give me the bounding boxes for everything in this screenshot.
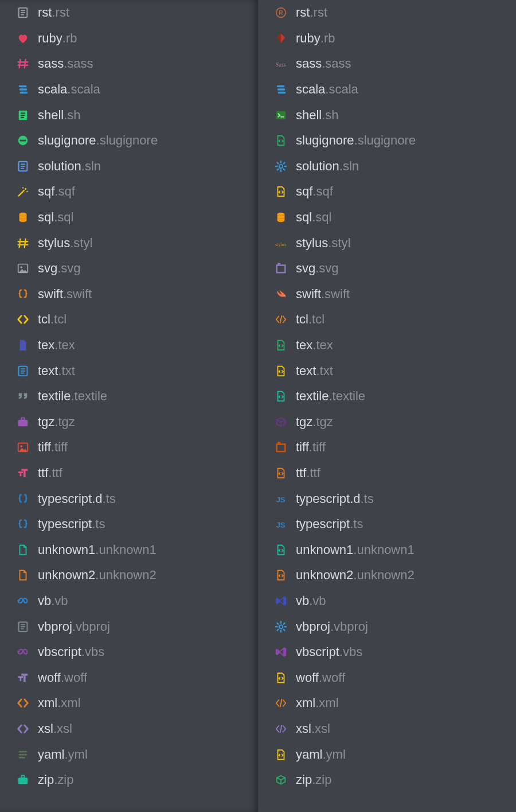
file-name: scala: [38, 82, 67, 96]
file-row-textile[interactable]: textile.textile: [258, 384, 516, 409]
svg-rect-39: [21, 776, 25, 778]
file-row-slugignore[interactable]: slugignore.slugignore: [258, 128, 516, 154]
file-row-solution[interactable]: solution.sln: [258, 154, 516, 179]
file-row-shell[interactable]: shell.sh: [258, 102, 516, 128]
file-label: svg.svg: [296, 261, 339, 276]
file-row-xml[interactable]: xml.xml: [0, 690, 258, 716]
file-label: solution.sln: [38, 159, 101, 174]
file-row-xsl[interactable]: xsl.xsl: [258, 716, 516, 742]
file-row-swift[interactable]: swift.swift: [0, 282, 258, 307]
file-row-vb[interactable]: vb.vb: [0, 588, 258, 614]
file-row-sass[interactable]: sass.sass: [0, 51, 258, 77]
file-row-tiff[interactable]: tiff.tiff: [0, 435, 258, 460]
file-row-ruby[interactable]: ruby.rb: [258, 26, 516, 52]
file-row-sql[interactable]: sql.sql: [258, 205, 516, 231]
file-row-tcl[interactable]: tcl.tcl: [0, 307, 258, 333]
file-row-tgz[interactable]: tgz.tgz: [258, 409, 516, 435]
file-name: vb: [296, 594, 309, 608]
file-row-solution[interactable]: solution.sln: [0, 154, 258, 179]
file-row-tcl[interactable]: tcl.tcl: [258, 307, 516, 333]
file-row-text[interactable]: text.txt: [258, 358, 516, 384]
code-outline-icon: [274, 543, 288, 557]
file-label: ruby.rb: [296, 31, 335, 46]
file-name: unknown1: [38, 542, 95, 557]
file-row-unknown1[interactable]: unknown1.unknown1: [258, 537, 516, 563]
file-ext: .rst: [310, 5, 327, 19]
file-row-unknown2[interactable]: unknown2.unknown2: [258, 563, 516, 588]
file-name: textile: [38, 389, 71, 403]
file-label: stylus.styl: [296, 236, 350, 251]
file-row-woff[interactable]: woff.woff: [258, 665, 516, 690]
file-row-xml[interactable]: xml.xml: [258, 690, 516, 716]
file-row-typescript[interactable]: JStypescript.ts: [258, 512, 516, 537]
file-row-rst[interactable]: rst.rst: [0, 0, 258, 26]
file-row-ttf[interactable]: ttf.ttf: [0, 460, 258, 486]
file-row-sqf[interactable]: sqf.sqf: [0, 179, 258, 205]
file-row-yaml[interactable]: yaml.yml: [0, 741, 258, 767]
file-row-sqf[interactable]: sqf.sqf: [258, 179, 516, 205]
file-label: textile.textile: [38, 389, 107, 404]
file-row-vbscript[interactable]: vbscript.vbs: [258, 639, 516, 665]
code-outline-icon: [274, 338, 288, 352]
file-row-svg[interactable]: svg.svg: [258, 256, 516, 282]
file-ext: .sqf: [312, 184, 333, 198]
file-ext: .sh: [64, 108, 80, 122]
minus-circle-icon: [16, 134, 30, 147]
file-row-sql[interactable]: sql.sql: [0, 205, 258, 231]
file-row-tgz[interactable]: tgz.tgz: [0, 409, 258, 435]
file-row-sass[interactable]: Sasssass.sass: [258, 51, 516, 77]
file-row-vbscript[interactable]: vbscript.vbs: [0, 639, 258, 665]
file-row-scala[interactable]: scala.scala: [0, 77, 258, 103]
briefcase-icon: [16, 773, 30, 787]
code-outline-icon: [274, 364, 288, 378]
file-row-slugignore[interactable]: slugignore.slugignore: [0, 128, 258, 154]
file-label: typescript.ts: [38, 517, 105, 532]
file-row-textile[interactable]: textile.textile: [0, 384, 258, 409]
file-label: solution.sln: [296, 159, 359, 174]
file-row-typescript[interactable]: typescript.ts: [0, 512, 258, 537]
picture-icon: [16, 261, 30, 275]
swift-bird-icon: [274, 287, 288, 301]
file-row-tex[interactable]: tex.tex: [0, 333, 258, 358]
file-row-svg[interactable]: svg.svg: [0, 256, 258, 282]
file-row-ttf[interactable]: ttf.ttf: [258, 460, 516, 486]
file-row-typescript.d[interactable]: JStypescript.d.ts: [258, 486, 516, 512]
file-ext: .tcl: [308, 312, 325, 326]
file-row-zip[interactable]: zip.zip: [258, 767, 516, 793]
file-name: sql: [296, 210, 312, 224]
file-row-shell[interactable]: shell.sh: [0, 102, 258, 128]
file-ext: .unknown1: [95, 542, 156, 557]
file-label: unknown2.unknown2: [296, 568, 415, 583]
code-outline-icon: [274, 185, 288, 198]
svg-point-18: [26, 191, 28, 192]
file-row-swift[interactable]: swift.swift: [258, 282, 516, 307]
file-row-scala[interactable]: scala.scala: [258, 77, 516, 103]
file-row-unknown1[interactable]: unknown1.unknown1: [0, 537, 258, 563]
doc-lines-icon: [16, 620, 30, 634]
file-label: vb.vb: [38, 594, 68, 608]
file-ext: .svg: [315, 261, 338, 275]
file-row-ruby[interactable]: ruby.rb: [0, 26, 258, 52]
file-row-tex[interactable]: tex.tex: [258, 333, 516, 358]
file-row-xsl[interactable]: xsl.xsl: [0, 716, 258, 742]
file-row-zip[interactable]: zip.zip: [0, 767, 258, 793]
file-row-vb[interactable]: vb.vb: [258, 588, 516, 614]
gear-icon: [274, 620, 288, 634]
infinity-icon: [16, 594, 30, 608]
file-row-tiff[interactable]: tiff.tiff: [258, 435, 516, 460]
file-row-typescript.d[interactable]: typescript.d.ts: [0, 486, 258, 512]
svg-line-67: [277, 629, 279, 630]
file-row-vbproj[interactable]: vbproj.vbproj: [0, 614, 258, 639]
file-row-vbproj[interactable]: vbproj.vbproj: [258, 614, 516, 639]
file-row-unknown2[interactable]: unknown2.unknown2: [0, 563, 258, 588]
file-ext: .tgz: [312, 415, 333, 429]
svg-text:Sass: Sass: [276, 61, 286, 68]
file-row-yaml[interactable]: yaml.yml: [258, 741, 516, 767]
file-row-woff[interactable]: woff.woff: [0, 665, 258, 690]
file-ext: .sql: [54, 210, 73, 224]
file-row-text[interactable]: text.txt: [0, 358, 258, 384]
image-frame-icon: [274, 261, 288, 275]
file-row-stylus[interactable]: stylus.styl: [0, 230, 258, 256]
file-row-stylus[interactable]: stylusstylus.styl: [258, 230, 516, 256]
file-row-rst[interactable]: Rrst.rst: [258, 0, 516, 26]
